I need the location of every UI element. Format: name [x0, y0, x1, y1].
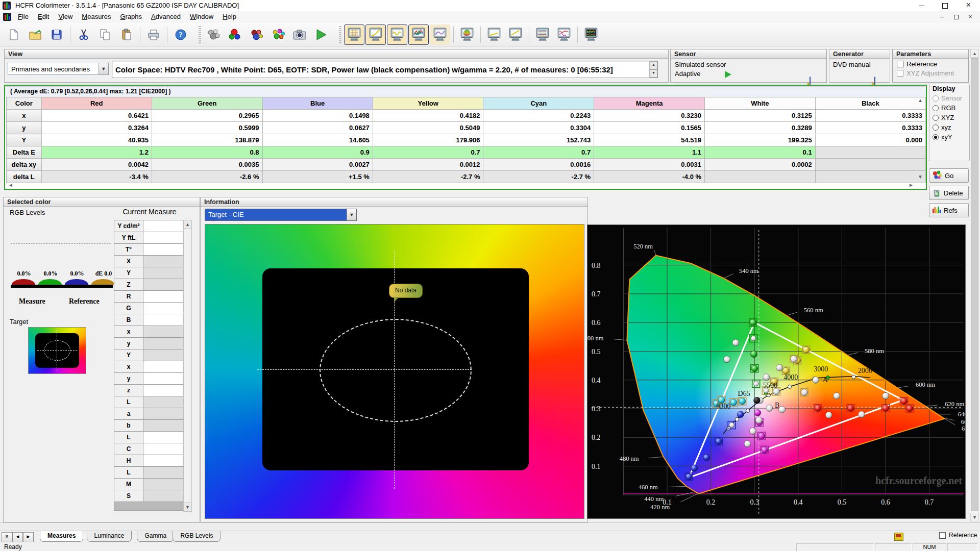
table-scroll-up-icon[interactable]: ▲: [918, 98, 923, 103]
column-header-green[interactable]: Green: [152, 97, 262, 110]
table-cell[interactable]: 0.3289: [705, 122, 816, 134]
menu-window[interactable]: Window: [185, 11, 218, 22]
play-icon[interactable]: [311, 24, 331, 45]
column-header-blue[interactable]: Blue: [262, 97, 373, 110]
table-cell[interactable]: +1.5 %: [262, 171, 373, 183]
table-cell[interactable]: 152.743: [483, 134, 594, 146]
tab-next-icon[interactable]: ►: [23, 532, 34, 542]
refs-button[interactable]: Refs: [929, 203, 969, 217]
chevron-down-icon[interactable]: ▼: [347, 209, 356, 220]
table-scroll-right-icon[interactable]: ►: [909, 183, 914, 188]
cm-row-value[interactable]: [143, 467, 188, 479]
table-cell[interactable]: 0.0002: [705, 159, 816, 171]
balls-rgb-icon[interactable]: [225, 24, 246, 45]
menu-advanced[interactable]: Advanced: [146, 11, 185, 22]
cm-row-value[interactable]: [143, 349, 188, 361]
open-folder-icon[interactable]: [25, 24, 45, 45]
cm-row-value[interactable]: [143, 443, 188, 455]
table-cell[interactable]: -2.7 %: [373, 171, 483, 183]
delete-button[interactable]: Delete: [929, 186, 969, 200]
monitor-purple-icon[interactable]: [430, 24, 450, 45]
view-preset-dropdown[interactable]: Primaries and secondaries ▼: [8, 63, 109, 75]
cm-scroll-up-icon[interactable]: ▲: [184, 220, 191, 229]
tab-luminance[interactable]: Luminance: [87, 531, 132, 542]
table-cell[interactable]: 0.5999: [152, 122, 262, 134]
paste-icon[interactable]: [116, 24, 137, 45]
table-cell[interactable]: 0.3333: [815, 110, 925, 122]
table-cell[interactable]: -3.4 %: [41, 171, 152, 183]
tab-rgb-levels[interactable]: RGB Levels: [173, 531, 220, 542]
table-cell[interactable]: 0.0012: [373, 159, 483, 171]
table-cell[interactable]: 0.2243: [483, 110, 594, 122]
info-spinner[interactable]: ▲▼: [649, 61, 657, 78]
monitor-multiline-icon[interactable]: [408, 24, 429, 45]
table-cell[interactable]: 0.9: [262, 146, 373, 159]
cm-row-value[interactable]: [143, 373, 188, 385]
table-cell[interactable]: [815, 159, 925, 171]
cm-row-value[interactable]: [143, 279, 188, 291]
menu-edit[interactable]: Edit: [33, 11, 54, 22]
monitor-line-icon[interactable]: [484, 24, 504, 45]
cm-row-value[interactable]: [143, 314, 188, 326]
cm-row-value[interactable]: [143, 432, 188, 443]
table-cell[interactable]: 199.325: [705, 134, 816, 146]
column-header-yellow[interactable]: Yellow: [373, 97, 483, 110]
row-label[interactable]: x: [7, 110, 42, 122]
mdi-restore-button[interactable]: [950, 13, 962, 21]
column-header-cyan[interactable]: Cyan: [483, 97, 594, 110]
table-cell[interactable]: 0.000: [815, 134, 925, 146]
minimize-button[interactable]: [910, 0, 933, 11]
radio-icon[interactable]: [933, 105, 939, 111]
row-label[interactable]: Y: [7, 134, 42, 146]
table-cell[interactable]: 0.2965: [152, 110, 262, 122]
column-header-color[interactable]: Color: [7, 97, 42, 110]
cm-row-value[interactable]: [143, 385, 188, 396]
table-cell[interactable]: 0.3304: [483, 122, 594, 134]
menu-view[interactable]: View: [54, 11, 77, 22]
monitor-magenta-icon[interactable]: [554, 24, 574, 45]
cm-row-value[interactable]: [143, 361, 188, 373]
cm-row-value[interactable]: [143, 326, 188, 338]
monitor-line2-icon[interactable]: [505, 24, 526, 45]
table-cell[interactable]: 0.0027: [262, 159, 373, 171]
table-cell[interactable]: 1.2: [41, 146, 152, 159]
tab-measures[interactable]: Measures: [40, 531, 83, 542]
table-cell[interactable]: 0.4182: [373, 110, 483, 122]
cm-row-value[interactable]: [143, 455, 188, 467]
display-option-xyz[interactable]: xyz: [933, 123, 969, 131]
table-cell[interactable]: 0.3230: [594, 110, 705, 122]
table-cell[interactable]: 0.0042: [41, 159, 152, 171]
tab-close-button[interactable]: ×: [2, 532, 12, 542]
cm-row-value[interactable]: [143, 420, 188, 432]
monitor-stripes-icon[interactable]: [532, 24, 553, 45]
cm-row-value[interactable]: [143, 256, 188, 267]
scroll-up-icon[interactable]: ▲: [970, 49, 979, 58]
table-cell[interactable]: 54.519: [594, 134, 705, 146]
row-label[interactable]: delta xy: [7, 159, 42, 171]
sensor-play-icon[interactable]: [725, 71, 731, 78]
table-cell[interactable]: 0.0627: [262, 122, 373, 134]
table-cell[interactable]: 0.7: [483, 146, 594, 159]
table-cell[interactable]: [815, 146, 925, 159]
cm-row-value[interactable]: [143, 408, 188, 420]
display-option-rgb[interactable]: RGB: [933, 104, 969, 112]
cut-icon[interactable]: [74, 24, 94, 45]
column-header-red[interactable]: Red: [41, 97, 152, 110]
table-cell[interactable]: 138.879: [152, 134, 262, 146]
copy-icon[interactable]: [95, 24, 115, 45]
cm-row-value[interactable]: [143, 338, 188, 349]
table-cell[interactable]: 0.5049: [373, 122, 483, 134]
table-cell[interactable]: 0.3125: [705, 110, 816, 122]
table-cell[interactable]: 0.0016: [483, 159, 594, 171]
checkbox-box[interactable]: [897, 61, 903, 67]
menu-file[interactable]: File: [13, 11, 33, 22]
cm-row-value[interactable]: [143, 490, 188, 502]
maximize-button[interactable]: [934, 0, 957, 11]
help-about-icon[interactable]: ?: [170, 24, 191, 45]
menu-graphs[interactable]: Graphs: [115, 11, 146, 22]
cm-row-value[interactable]: [143, 232, 188, 244]
column-header-white[interactable]: White: [705, 97, 816, 110]
table-cell[interactable]: 0.1498: [262, 110, 373, 122]
display-option-xyz[interactable]: XYZ: [933, 114, 969, 121]
balls-multi-icon[interactable]: [268, 24, 288, 45]
